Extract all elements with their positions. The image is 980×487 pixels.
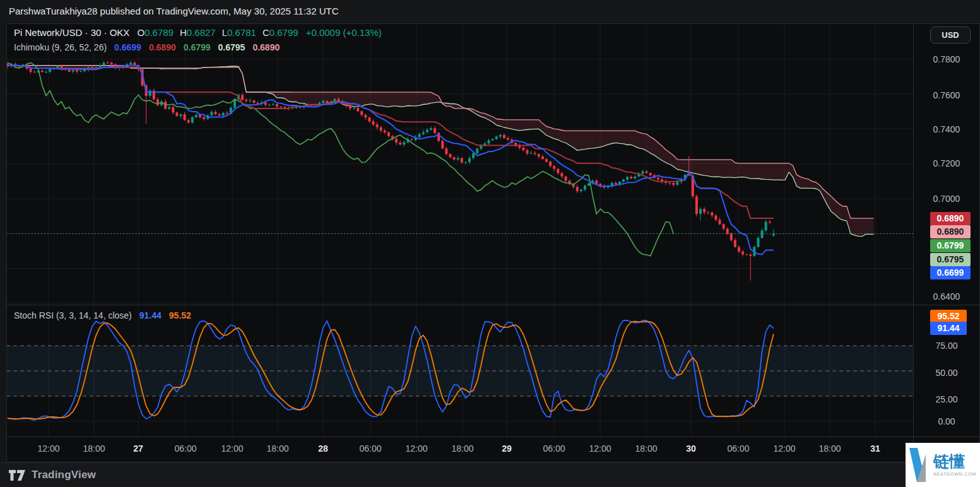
ohlc-values: O0.6789H0.6827L0.6781C0.6799 <box>137 27 298 38</box>
time-tick-1200: 12:00 <box>405 443 427 454</box>
chart-widget: Pi Network/USD · 30 · OKX O0.6789H0.6827… <box>6 23 980 462</box>
neatdown-logo-icon <box>909 448 928 482</box>
ichimoku-values: 0.66990.68900.67990.67950.6890 <box>114 42 280 52</box>
time-axis[interactable]: 12:0018:002706:0012:0018:002806:0012:001… <box>6 437 913 462</box>
stoch-rsi-canvas[interactable] <box>6 305 913 437</box>
price-change: +0.0009 (+0.13%) <box>306 27 382 38</box>
price-label-badge: 0.6799 <box>930 239 971 252</box>
time-tick-29: 29 <box>502 443 512 454</box>
ohlc-item-o: O0.6789 <box>137 27 174 38</box>
time-tick-1800: 18:00 <box>635 443 657 454</box>
stoch-d-value: 95.52 <box>169 310 191 320</box>
tradingview-logo-icon[interactable] <box>9 470 26 481</box>
price-label-badge: 0.6795 <box>930 253 971 266</box>
time-tick-28: 28 <box>318 443 328 454</box>
time-tick-1800: 18:00 <box>451 443 473 454</box>
price-tick-25.00: 25.00 <box>914 393 979 406</box>
time-tick-1800: 18:00 <box>818 443 841 454</box>
ichimoku-row: Ichimoku (9, 26, 52, 26) 0.66990.68900.6… <box>14 42 382 52</box>
price-tick-0.7200: 0.7200 <box>914 157 979 170</box>
price-tick-50.00: 50.00 <box>914 367 979 379</box>
time-tick-27: 27 <box>133 443 143 454</box>
ohlc-item-c: C0.6799 <box>263 27 298 38</box>
time-tick-0600: 06:00 <box>727 443 749 454</box>
price-label-badge: 0.6699 <box>930 266 971 279</box>
time-tick-31: 31 <box>870 443 880 454</box>
footer-bar: TradingView <box>0 462 980 487</box>
stoch-label-badge: 91.44 <box>930 322 967 335</box>
time-tick-1800: 18:00 <box>266 443 288 454</box>
price-tick-0.7600: 0.7600 <box>914 89 979 102</box>
neatdown-text-block: 链懂 NEATDOWN.COM <box>933 454 976 476</box>
stoch-label[interactable]: Stoch RSI (3, 3, 14, 14, close) <box>14 310 132 320</box>
time-tick-0600: 06:00 <box>359 443 381 454</box>
ichimoku-value-base-line: 0.6890 <box>149 42 176 52</box>
stoch-k-value: 91.44 <box>139 310 162 320</box>
currency-usd-button[interactable]: USD <box>930 26 971 44</box>
time-tick-1200: 12:00 <box>221 443 243 454</box>
ichimoku-value-leading-span-b: 0.6890 <box>252 42 280 52</box>
neatdown-site-text: NEATDOWN.COM <box>933 472 976 476</box>
price-tick-0.6400: 0.6400 <box>914 290 979 303</box>
attribution-text: ParshwaTurakhiya28 published on TradingV… <box>9 6 339 16</box>
symbol-title[interactable]: Pi Network/USD · 30 · OKX <box>14 27 129 38</box>
chart-legend: Pi Network/USD · 30 · OKX O0.6789H0.6827… <box>14 27 382 52</box>
stoch-legend: Stoch RSI (3, 3, 14, 14, close) 91.44 95… <box>14 310 191 320</box>
neatdown-cn-text: 链懂 <box>933 454 976 469</box>
ichimoku-value-leading-span-a: 0.6795 <box>218 42 245 52</box>
time-tick-1200: 12:00 <box>773 443 795 454</box>
time-tick-0600: 06:00 <box>174 443 196 454</box>
time-tick-1800: 18:00 <box>83 443 105 454</box>
price-tick-0.7400: 0.7400 <box>914 123 979 136</box>
ichimoku-label[interactable]: Ichimoku (9, 26, 52, 26) <box>14 42 107 52</box>
ichimoku-value-lagging-span: 0.6799 <box>184 42 211 52</box>
time-tick-0600: 06:00 <box>543 443 565 454</box>
tradingview-brand[interactable]: TradingView <box>32 469 96 481</box>
stoch-label-badge: 95.52 <box>930 310 967 323</box>
price-tick-75.00: 75.00 <box>914 339 979 352</box>
price-chart-canvas[interactable] <box>6 23 913 305</box>
time-tick-30: 30 <box>686 443 696 454</box>
neatdown-watermark: 链懂 NEATDOWN.COM <box>906 443 980 487</box>
price-tick-0.7800: 0.7800 <box>914 53 979 66</box>
price-tick-0.7000: 0.7000 <box>914 192 979 205</box>
price-label-badge: 0.6890 <box>930 225 971 238</box>
price-axis[interactable]: USD 0.78000.76000.74000.72000.70000.6400… <box>913 23 980 462</box>
ohlc-item-h: H0.6827 <box>180 27 216 38</box>
time-tick-1200: 12:00 <box>37 443 59 454</box>
pane-separator[interactable] <box>6 305 980 305</box>
attribution-bar: ParshwaTurakhiya28 published on TradingV… <box>0 0 980 23</box>
price-label-badge: 0.6890 <box>930 212 971 225</box>
time-tick-1200: 12:00 <box>589 443 611 454</box>
ichimoku-value-conversion-line: 0.6699 <box>114 42 141 52</box>
ohlc-item-l: L0.6781 <box>222 27 256 38</box>
symbol-row: Pi Network/USD · 30 · OKX O0.6789H0.6827… <box>14 27 382 38</box>
price-tick-0.00: 0.00 <box>914 415 979 428</box>
